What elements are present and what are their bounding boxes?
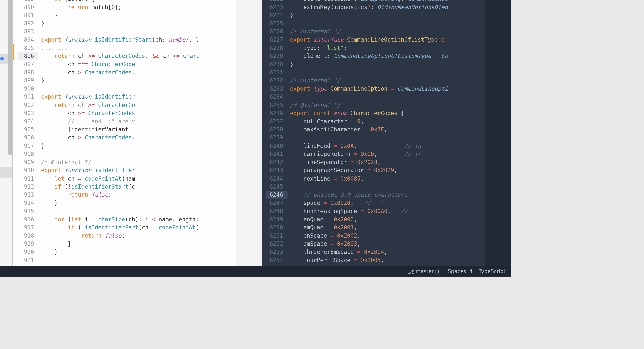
code-left[interactable]: /** Optionally, get the shebang */ expor… xyxy=(38,0,236,266)
statusbar-branch[interactable]: ⎇ master 1 xyxy=(408,268,442,275)
git-branch-icon: ⎇ xyxy=(408,268,414,275)
sidebar-item[interactable]: /* utilities.ts xyxy=(0,178,12,188)
sidebar-item[interactable]: /* utilitiesPublic.ts xyxy=(0,188,12,198)
gutter-modified-marker xyxy=(13,44,14,60)
editor-pane-right[interactable]: 6219 6220 6221 6222 6223 6224 6225 6226 … xyxy=(262,0,511,266)
sidebar-item[interactable]: /* watch.ts xyxy=(0,208,12,219)
sidebar-item[interactable]: /* types.ts xyxy=(0,167,12,178)
sidebar-scrollbar[interactable] xyxy=(8,0,12,155)
statusbar-spaces[interactable]: Spaces: 4 xyxy=(448,268,473,274)
code-right[interactable]: /* @internal */ export interface TsConfi… xyxy=(288,0,485,266)
sidebar-item[interactable]: /* watchPublic.ts xyxy=(0,219,12,229)
sidebar-folder-debug[interactable]: ▶ 📁 debug xyxy=(0,239,12,250)
statusbar-syntax[interactable]: TypeScript xyxy=(479,268,505,274)
sidebar[interactable]: /* emitter.ts/* moduleNameResolver.ts/* … xyxy=(0,0,13,266)
editor-area: ◀ ▶ scanner.tstypes.ts× + ▾ 886 887 888 … xyxy=(13,0,511,266)
sidebar-item[interactable]: /* visitorPublic.ts xyxy=(0,198,12,208)
gutter-left: 886 887 888 889 890 891 892 893 894 895 … xyxy=(13,0,38,266)
sidebar-item[interactable]: /* watchUtilities.ts xyxy=(0,229,12,239)
minimap-right[interactable] xyxy=(485,0,511,266)
sidebar-item[interactable]: /* tsconfig.release.json xyxy=(0,157,12,167)
minimap-left[interactable] xyxy=(236,0,262,266)
gutter-right: 6219 6220 6221 6222 6223 6224 6225 6226 … xyxy=(262,0,287,266)
dirty-indicator-icon xyxy=(0,57,4,61)
status-bar: ☰ Line 896, Column 37 ⎇ master 1 Spaces:… xyxy=(0,266,511,277)
editor-pane-left[interactable]: 886 887 888 889 890 891 892 893 894 895 … xyxy=(13,0,262,266)
